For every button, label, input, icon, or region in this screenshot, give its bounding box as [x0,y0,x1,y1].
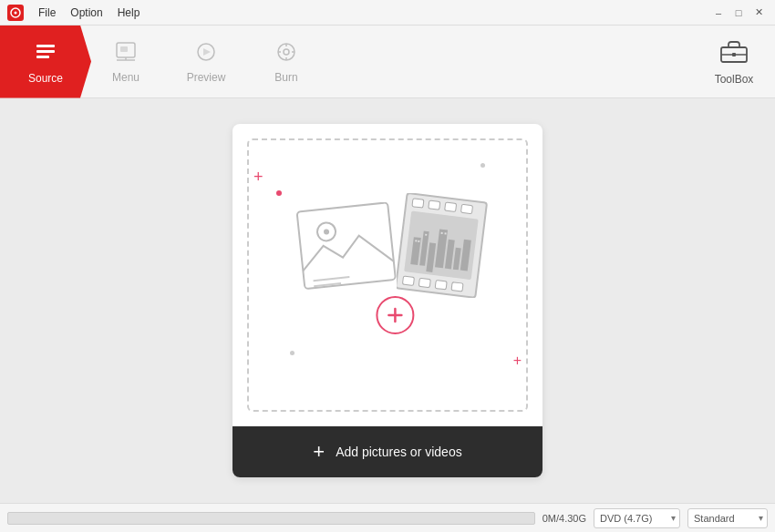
menu-bar: File Option Help [33,5,145,21]
status-bar: 0M/4.30G DVD (4.7G) DVD (8.5G) Blu-ray (… [0,503,775,532]
source-icon [33,39,58,68]
add-plus-icon: + [313,440,325,464]
disc-type-select[interactable]: DVD (4.7G) DVD (8.5G) Blu-ray (25G) [594,508,680,528]
add-circle[interactable] [376,296,414,334]
svg-rect-28 [445,202,457,211]
decor-dot-2 [480,163,485,168]
decor-plus-left: + [253,168,264,187]
source-label: Source [28,72,63,85]
menu-help[interactable]: Help [112,5,146,21]
add-button-label: Add pictures or videos [336,445,462,459]
decor-plus-right: + [513,353,522,369]
burn-nav-label: Burn [274,71,297,84]
title-bar: File Option Help – □ ✕ [0,0,775,26]
menu-nav-icon [114,40,138,67]
drop-area[interactable]: + + [247,138,528,412]
svg-rect-30 [402,276,414,285]
nav-burn[interactable]: Burn [241,26,332,98]
svg-point-1 [15,11,17,14]
maximize-button[interactable]: □ [729,5,748,21]
window-controls: – □ ✕ [709,5,768,21]
toolbar: Source Menu Preview [0,26,775,98]
svg-rect-27 [429,200,440,210]
svg-point-12 [284,49,289,55]
toolbox-label: ToolBox [715,73,754,86]
svg-rect-2 [36,45,55,47]
drop-zone: + + [232,124,542,477]
film-icon [397,193,488,298]
svg-rect-33 [451,282,463,292]
decor-dot-1 [276,190,282,196]
main-content: + + [0,98,775,503]
svg-rect-42 [415,240,417,241]
photo-icon [296,202,401,293]
disc-type-dropdown-wrap[interactable]: DVD (4.7G) DVD (8.5G) Blu-ray (25G) [594,508,680,528]
nav-preview[interactable]: Preview [160,26,252,98]
svg-rect-32 [435,280,447,289]
menu-file[interactable]: File [33,5,61,21]
svg-rect-44 [425,234,427,236]
storage-info: 0M/4.30G [542,513,586,524]
svg-rect-26 [412,199,424,208]
add-media-button[interactable]: + Add pictures or videos [232,426,542,477]
quality-dropdown-wrap[interactable]: Standard High Quality Best Quality [687,508,768,528]
svg-rect-19 [732,53,736,56]
minimize-button[interactable]: – [709,5,728,21]
svg-rect-45 [440,232,442,234]
close-button[interactable]: ✕ [749,5,768,21]
toolbox-button[interactable]: ToolBox [702,38,766,86]
preview-icon [194,40,218,67]
toolbox-icon [719,38,749,69]
svg-rect-31 [418,278,430,287]
svg-rect-4 [36,56,49,58]
title-bar-left: File Option Help [7,5,145,21]
svg-rect-43 [418,240,419,242]
svg-rect-6 [120,46,128,52]
svg-rect-3 [36,50,55,53]
svg-rect-46 [444,232,446,234]
quality-select[interactable]: Standard High Quality Best Quality [687,508,768,528]
svg-rect-29 [461,204,473,213]
nav-source[interactable]: Source [0,26,91,98]
svg-marker-10 [203,48,211,56]
burn-icon [274,40,298,67]
menu-option[interactable]: Option [65,5,108,21]
preview-nav-label: Preview [187,71,226,84]
nav-menu[interactable]: Menu [80,26,171,98]
svg-rect-20 [297,202,396,289]
menu-nav-label: Menu [112,71,140,84]
drop-illustration [287,184,488,366]
app-icon [7,5,24,21]
progress-bar-container [7,512,535,525]
